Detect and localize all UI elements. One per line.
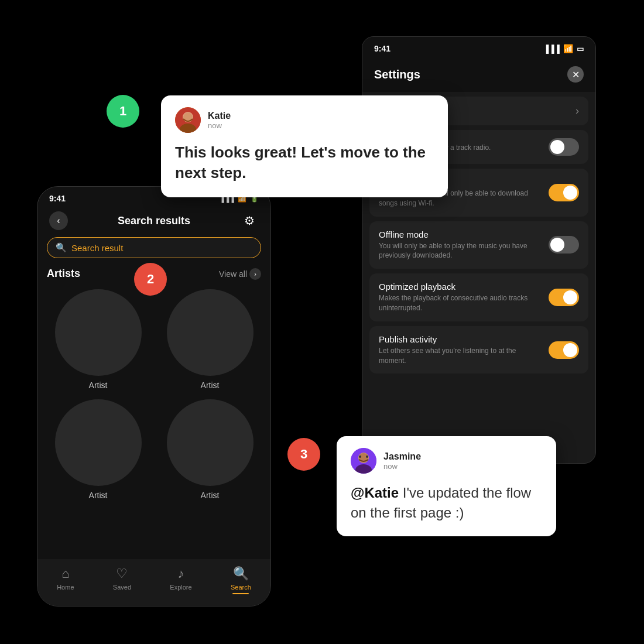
toggle-publish[interactable] (549, 341, 579, 359)
chevron-right-icon: › (576, 105, 579, 117)
artist-name: Artist (201, 381, 220, 390)
notif-name-jasmine: Jasmine (383, 451, 421, 462)
notif-name: Katie (208, 111, 231, 121)
nav-home[interactable]: ⌂ Home (57, 566, 74, 594)
settings-row-title: Optimized playback (379, 282, 542, 292)
avatar-katie (175, 107, 201, 133)
settings-section-6: Publish activity Let others see what you… (369, 326, 588, 374)
svg-point-9 (366, 455, 368, 458)
notif-meta: Katie now (208, 111, 231, 130)
view-all-button[interactable]: View all › (219, 268, 261, 280)
artists-label: Artists (47, 268, 80, 280)
toggle-offline[interactable] (549, 236, 579, 254)
step-badge-2: 2 (134, 263, 167, 296)
nav-active-underline (232, 593, 249, 594)
settings-status-bar: 9:41 ▐▐▐ 📶 ▭ (362, 37, 595, 57)
settings-title: Settings (374, 68, 420, 81)
settings-row-desc: You will only be able to play the music … (379, 241, 542, 261)
search-nav-icon: 🔍 (233, 566, 249, 581)
step-badge-1: 1 (107, 95, 139, 128)
notification-katie: Katie now This looks great! Let's move t… (161, 95, 448, 197)
settings-row-desc: Let others see what you're listening to … (379, 346, 542, 366)
settings-row-publish[interactable]: Publish activity Let others see what you… (369, 326, 588, 374)
settings-row-title: Offline mode (379, 229, 542, 239)
screen-title: Search results (118, 215, 190, 227)
artist-item[interactable]: Artist (159, 399, 261, 500)
settings-section-4: Offline mode You will only be able to pl… (369, 221, 588, 269)
artist-avatar (167, 399, 254, 486)
artist-name: Artist (89, 381, 108, 390)
toggle-optimized[interactable] (549, 289, 579, 306)
toggle-cellular[interactable] (549, 184, 579, 201)
settings-battery-icon: ▭ (577, 44, 584, 53)
nav-search[interactable]: 🔍 Search (231, 566, 251, 594)
step-badge-3: 3 (287, 438, 320, 471)
nav-explore[interactable]: ♪ Explore (170, 566, 191, 594)
mention-tag: @Katie (351, 485, 399, 501)
nav-underline (173, 593, 189, 594)
close-button[interactable]: ✕ (567, 66, 584, 83)
artist-item[interactable]: Artist (47, 289, 149, 390)
settings-row-optimized[interactable]: Optimized playback Makes the playback of… (369, 273, 588, 321)
notif-time: now (208, 121, 231, 130)
music-app-screen: 9:41 ▐▐▐ 📶 🔋 ‹ Search results ⚙ 🔍 Artist… (37, 186, 271, 607)
settings-header: Settings ✕ (362, 57, 595, 92)
search-input[interactable] (71, 243, 252, 253)
settings-signal-icon: ▐▐▐ (543, 44, 560, 53)
notif-message-jasmine: @Katie I've updated the flow on the firs… (351, 483, 542, 522)
home-icon: ⌂ (61, 566, 69, 581)
artist-avatar (167, 289, 254, 376)
settings-button[interactable]: ⚙ (240, 211, 259, 230)
settings-row-desc: Makes the playback of consecutive audio … (379, 293, 542, 313)
artists-section: Artists View all › Artist Artist Artist … (37, 268, 270, 500)
nav-saved-label: Saved (113, 584, 131, 591)
notif-time-jasmine: now (383, 462, 421, 471)
settings-row-offline[interactable]: Offline mode You will only be able to pl… (369, 221, 588, 269)
search-icon: 🔍 (56, 242, 67, 253)
bottom-nav: ⌂ Home ♡ Saved ♪ Explore 🔍 Search (37, 559, 270, 606)
explore-icon: ♪ (177, 566, 184, 581)
artists-grid: Artist Artist Artist Artist (47, 289, 261, 500)
back-button[interactable]: ‹ (49, 211, 68, 230)
settings-section-5: Optimized playback Makes the playback of… (369, 273, 588, 321)
settings-row-title: Publish activity (379, 334, 542, 344)
artist-avatar (55, 289, 142, 376)
settings-row-info: Publish activity Let others see what you… (379, 334, 549, 366)
saved-icon: ♡ (116, 566, 128, 581)
settings-status-icons: ▐▐▐ 📶 ▭ (543, 44, 584, 53)
settings-row-info: Offline mode You will only be able to pl… (379, 229, 549, 261)
avatar-jasmine (351, 448, 376, 474)
notif-header: Katie now (175, 107, 434, 133)
view-all-arrow-icon: › (249, 268, 261, 280)
artist-item[interactable]: Artist (159, 289, 261, 390)
artist-avatar (55, 399, 142, 486)
notification-jasmine: Jasmine now @Katie I've updated the flow… (337, 436, 556, 536)
svg-point-8 (359, 455, 361, 458)
view-all-label: View all (219, 269, 247, 279)
nav-underline (114, 593, 130, 594)
status-time: 9:41 (49, 194, 66, 203)
toggle-1[interactable] (549, 138, 579, 156)
nav-underline (57, 593, 74, 594)
music-header: ‹ Search results ⚙ (37, 207, 270, 237)
artist-item[interactable]: Artist (47, 399, 149, 500)
nav-search-label: Search (231, 584, 251, 591)
katie-avatar-svg (175, 107, 201, 133)
nav-explore-label: Explore (170, 584, 191, 591)
settings-row-info: Optimized playback Makes the playback of… (379, 282, 549, 313)
settings-wifi-icon: 📶 (563, 44, 573, 53)
jasmine-avatar-svg (351, 448, 376, 474)
notif-header-jasmine: Jasmine now (351, 448, 542, 474)
artist-name: Artist (201, 491, 220, 500)
notif-meta-jasmine: Jasmine now (383, 451, 421, 471)
notif-message-katie: This looks great! Let's move to the next… (175, 142, 434, 183)
settings-status-time: 9:41 (374, 44, 390, 53)
search-bar[interactable]: 🔍 (47, 237, 261, 258)
nav-home-label: Home (57, 584, 74, 591)
nav-saved[interactable]: ♡ Saved (113, 566, 131, 594)
artist-name: Artist (89, 491, 108, 500)
